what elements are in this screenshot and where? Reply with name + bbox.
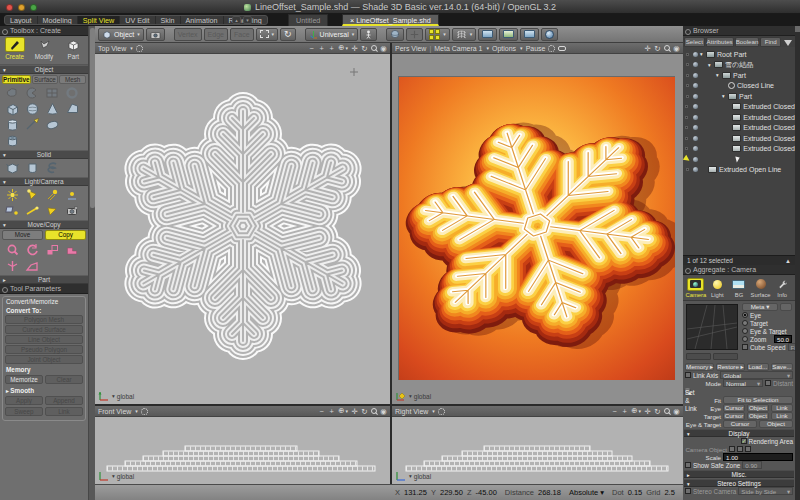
aggregate-header[interactable]: Aggregate : Camera xyxy=(683,265,795,275)
link-axis-dropdown[interactable]: Global▾ xyxy=(720,371,793,379)
tree-row[interactable]: Extruded Closed xyxy=(683,133,795,144)
comment-icon[interactable] xyxy=(558,46,566,51)
pers-view-axis-label[interactable]: ▾global xyxy=(395,390,431,402)
memorize-button[interactable]: Memorize xyxy=(5,375,43,384)
link-axis-checkbox[interactable] xyxy=(685,372,691,378)
cube-speed-row[interactable]: Cube SpeedFit xyxy=(741,343,793,351)
eye-object-button[interactable]: Object xyxy=(747,404,769,412)
right-view-canvas[interactable]: ▾global xyxy=(392,417,683,484)
radio-eye-target-row[interactable]: Eye & Target xyxy=(741,327,793,335)
grid-face-tool-icon[interactable] xyxy=(42,85,62,101)
stereo-mode-dropdown[interactable]: Side by Side▾ xyxy=(738,487,793,495)
filter-icon[interactable] xyxy=(784,40,792,46)
coord-mode-dropdown[interactable]: Absolute ▾ xyxy=(569,488,604,497)
tab-animation[interactable]: Animation xyxy=(181,16,224,24)
show-safe-zone-checkbox[interactable] xyxy=(685,462,691,468)
part-mode-button[interactable]: Part xyxy=(59,37,88,64)
pan-tool-icon[interactable]: ✛ xyxy=(644,407,651,416)
section-part[interactable]: ▸Part xyxy=(0,275,88,284)
minimize-window-button[interactable] xyxy=(18,4,25,11)
camera-object-checkbox-3[interactable] xyxy=(745,446,751,452)
camera-preview[interactable] xyxy=(686,304,738,350)
warning-triangle-icon[interactable]: ▲ xyxy=(785,256,791,265)
tree-row[interactable]: ▾Root Part xyxy=(683,49,795,60)
camera-object-checkbox-2[interactable] xyxy=(737,446,743,452)
camera-select-dropdown[interactable]: Meta Camera 1 xyxy=(434,45,482,52)
zoom-in-icon[interactable]: + xyxy=(621,407,628,416)
tree-row[interactable]: Extruded Closed xyxy=(683,112,795,123)
aggregate-tab-camera[interactable]: Camera xyxy=(685,278,706,298)
disc-tool-icon[interactable] xyxy=(42,117,62,133)
eye-cursor-button[interactable]: Cursor xyxy=(723,404,745,412)
tree-row[interactable]: ▾雪の結晶 xyxy=(683,60,795,71)
sphere-tool-icon[interactable] xyxy=(22,101,42,117)
distant-checkbox[interactable] xyxy=(765,380,771,386)
stereo-settings-header[interactable]: ▾Stereo Settings xyxy=(684,479,794,487)
rotate-view-button[interactable]: ↻ xyxy=(280,28,296,41)
cup-tool-icon[interactable] xyxy=(22,160,42,176)
quad-view-button[interactable]: ▾ xyxy=(425,28,450,41)
tab-uv-edit[interactable]: UV Edit xyxy=(120,16,155,24)
shear-tool-icon[interactable] xyxy=(22,258,42,274)
toolbox-header[interactable]: Toolbox : Create xyxy=(0,26,88,36)
fit-view-icon[interactable]: ◉ xyxy=(380,407,387,416)
arc-tool-icon[interactable] xyxy=(22,85,42,101)
manipulator-universal-dropdown[interactable]: Universal▾ xyxy=(305,28,359,41)
tab-modeling[interactable]: Modeling xyxy=(38,16,78,24)
rendering-area[interactable] xyxy=(398,76,675,380)
rotate-tool-icon[interactable]: ↻ xyxy=(361,407,368,416)
shading-display-button[interactable] xyxy=(478,28,497,41)
misc-header[interactable]: ▸Misc. xyxy=(684,470,794,478)
section-move-copy[interactable]: ▾Move/Copy xyxy=(0,220,88,229)
section-object[interactable]: ▾Object xyxy=(0,65,88,74)
magnifier-icon[interactable] xyxy=(664,408,670,414)
tree-row[interactable]: Extruded Closed xyxy=(683,144,795,155)
tab-skin[interactable]: Skin xyxy=(156,16,181,24)
trackball-button[interactable] xyxy=(386,28,404,41)
eye-target-object-button[interactable]: Object xyxy=(759,420,793,428)
distant-light-icon[interactable] xyxy=(42,187,62,203)
fit-to-selection-button[interactable]: Fit to Selection xyxy=(723,396,793,404)
wedge-tool-icon[interactable] xyxy=(62,101,82,117)
zoom-out-icon[interactable]: − xyxy=(611,407,618,416)
fit-view-icon[interactable]: ◉ xyxy=(380,44,387,53)
modify-mode-button[interactable]: Modify xyxy=(29,37,58,64)
camera-preview-button-2[interactable] xyxy=(713,353,738,360)
coil-tool-icon[interactable] xyxy=(42,160,62,176)
zoom-sel-icon[interactable]: ⊕▾ xyxy=(338,406,348,416)
scale-field[interactable]: 1.00 xyxy=(723,453,793,461)
browser-tab-find[interactable]: Find xyxy=(760,37,781,47)
close-tab-icon[interactable]: × xyxy=(350,16,354,25)
tree-row[interactable]: Extruded Closed xyxy=(683,123,795,134)
stereo-camera-checkbox[interactable] xyxy=(685,488,691,494)
doc-tab-active[interactable]: ×LineOffset_Sample.shd xyxy=(342,14,439,26)
workspace-config-buttons[interactable]: ▴▾ xyxy=(232,16,252,24)
fit-view-icon[interactable]: ◉ xyxy=(673,407,680,416)
mode-dropdown[interactable]: Normal▾ xyxy=(723,379,763,387)
right-view-title[interactable]: Right View xyxy=(395,408,428,415)
ambient-light-icon[interactable] xyxy=(62,187,82,203)
toolbox-scrollbar[interactable] xyxy=(88,26,95,500)
magnifier-icon[interactable] xyxy=(371,45,377,51)
options-dropdown[interactable]: Options xyxy=(492,45,516,52)
close-window-button[interactable] xyxy=(6,4,13,11)
gear-icon[interactable] xyxy=(548,45,555,52)
safe-zone-field[interactable]: 0.90 xyxy=(742,461,762,469)
copy-button[interactable]: Copy xyxy=(45,230,86,240)
browser-header[interactable]: Browser xyxy=(683,26,795,36)
camera-preview-button-1[interactable] xyxy=(686,353,711,360)
browser-tab-select[interactable]: Select xyxy=(684,37,705,47)
load-button[interactable]: Load... xyxy=(747,363,769,371)
traffic-lights[interactable] xyxy=(6,4,37,11)
eye-target-cursor-button[interactable]: Cursor xyxy=(723,420,757,428)
aggregate-tab-light[interactable]: Light xyxy=(707,278,728,298)
smooth-apply-button[interactable]: Apply xyxy=(5,396,43,405)
pan-tool-icon[interactable]: ✛ xyxy=(351,44,358,53)
eye-link-button[interactable]: Link xyxy=(771,404,793,412)
meta-dropdown[interactable]: Meta ▾ xyxy=(742,303,778,311)
target-cursor-button[interactable]: Cursor xyxy=(723,412,745,420)
top-view-axis-label[interactable]: ▾global xyxy=(98,390,134,402)
stretch-tool-icon[interactable] xyxy=(62,242,82,258)
radio-target-row[interactable]: Target xyxy=(741,319,793,327)
front-view-axis-label[interactable]: ▾global xyxy=(98,470,134,482)
